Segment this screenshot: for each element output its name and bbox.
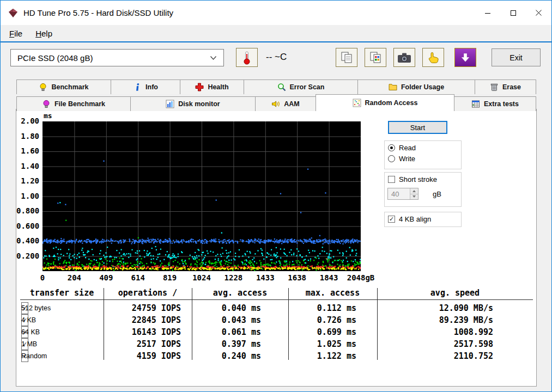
max-access-value: 0.112 ms: [288, 302, 377, 314]
y-tick-label: 1.60: [16, 146, 39, 155]
tab-label: Benchmark: [51, 83, 88, 91]
trash-icon: [490, 83, 499, 91]
col-header-transfer-size: transfer size: [20, 288, 104, 300]
access-time-chart: [43, 121, 361, 271]
short-stroke-checkbox[interactable]: Short stroke: [388, 175, 461, 183]
y-axis-unit: ms: [44, 112, 52, 120]
iops-value: 24759 IOPS: [104, 302, 192, 314]
results-table: transfer size operations / avg. access m…: [20, 288, 533, 362]
chevron-down-icon: [210, 56, 217, 60]
write-radio[interactable]: Write: [388, 155, 461, 163]
iops-value: 22845 IOPS: [104, 314, 192, 326]
avg-access-value: 0.043 ms: [192, 314, 288, 326]
tab-label: Info: [145, 83, 158, 91]
stroke-size-row: 40 gB: [387, 188, 461, 200]
start-button[interactable]: Start: [388, 121, 447, 134]
read-radio[interactable]: Read: [388, 144, 461, 152]
save-results-button[interactable]: [454, 48, 476, 67]
stroke-size-up-button[interactable]: [410, 188, 418, 194]
toolbar: PCIe SSD (2048 gB) -- ~C: [1, 42, 551, 74]
maximize-button[interactable]: [500, 1, 526, 25]
temperature-reading: -- ~C: [266, 52, 287, 63]
stroke-size-input[interactable]: 40: [387, 188, 418, 200]
series-label: 512 bytes: [21, 302, 51, 314]
download-arrow-icon: [460, 52, 471, 63]
tab-disk-monitor[interactable]: Disk monitor: [130, 96, 256, 111]
avg-access-value: 0.061 ms: [192, 326, 288, 338]
tab-extra-tests[interactable]: Extra tests: [454, 96, 536, 111]
series-label: Random: [21, 350, 47, 362]
close-button[interactable]: [526, 1, 551, 25]
window-controls: [475, 1, 551, 25]
tab-error-scan[interactable]: Error Scan: [244, 79, 358, 94]
short-stroke-label: Short stroke: [399, 175, 437, 183]
avg-access-value: 0.040 ms: [192, 302, 288, 314]
align-checkbox[interactable]: 4 KB align: [388, 215, 461, 223]
stroke-size-down-button[interactable]: [410, 194, 418, 200]
table-row: 1 MB 2517 IOPS 0.397 ms 1.025 ms 2517.59…: [20, 338, 533, 350]
tab-label: Health: [208, 83, 228, 91]
exit-button[interactable]: Exit: [492, 48, 541, 66]
window-title: HD Tune Pro 5.75 - Hard Disk/SSD Utility: [23, 8, 173, 17]
spinner-up-icon: [413, 190, 416, 192]
tab-label: File Benchmark: [54, 100, 105, 108]
avg-access-value: 0.397 ms: [192, 338, 288, 350]
stroke-size-value: 40: [388, 190, 410, 198]
tab-file-benchmark[interactable]: File Benchmark: [16, 96, 131, 111]
short-stroke-group: Short stroke 40 gB: [384, 172, 462, 207]
hand-icon: [427, 51, 440, 64]
row-head: 64 KB: [20, 326, 104, 338]
app-diamond-icon: [8, 8, 18, 18]
title-bar: HD Tune Pro 5.75 - Hard Disk/SSD Utility: [1, 1, 551, 25]
mode-group: Read Write: [384, 140, 462, 169]
max-access-value: 1.122 ms: [288, 350, 377, 362]
copy-image-button[interactable]: [365, 48, 386, 67]
align-label: 4 KB align: [399, 215, 431, 223]
donate-button[interactable]: [422, 48, 444, 67]
radio-dot-read: [388, 144, 395, 151]
thermometer-icon: [241, 51, 252, 65]
series-label: 64 KB: [21, 326, 40, 338]
tab-info[interactable]: Info: [111, 79, 180, 94]
tab-benchmark[interactable]: Benchmark: [16, 79, 111, 94]
menu-file[interactable]: File: [3, 27, 29, 40]
tab-row-2: File Benchmark Disk monitor AAM Random A…: [16, 94, 536, 111]
drive-select[interactable]: PCIe SSD (2048 gB): [10, 49, 224, 66]
tab-folder-usage[interactable]: Folder Usage: [357, 79, 475, 94]
info-icon: [133, 83, 142, 91]
col-header-avg-speed: avg. speed: [377, 288, 533, 300]
table-row: 512 bytes 24759 IOPS 0.040 ms 0.112 ms 1…: [20, 302, 533, 314]
tab-health[interactable]: Health: [180, 79, 244, 94]
tab-label: Extra tests: [484, 100, 519, 108]
row-head: 512 bytes: [20, 302, 104, 314]
row-head: 4 KB: [20, 314, 104, 326]
temperature-button[interactable]: [236, 48, 258, 67]
magnifier-icon: [277, 83, 286, 91]
tab-label: Disk monitor: [178, 100, 220, 108]
camera-icon: [397, 52, 411, 63]
screenshot-button[interactable]: [393, 48, 415, 67]
speaker-icon: [271, 100, 280, 108]
col-header-avg-access: avg. access: [192, 288, 288, 300]
tab-erase[interactable]: Erase: [475, 79, 536, 94]
menu-help[interactable]: Help: [29, 27, 59, 40]
avg-speed-value: 1008.992: [377, 326, 533, 338]
y-tick-label: 1.80: [16, 132, 39, 140]
tab-strip: Benchmark Info Health Error Scan Folder …: [16, 79, 536, 111]
tab-random-access[interactable]: Random Access: [316, 94, 454, 111]
avg-speed-value: 12.090 MB/s: [377, 302, 533, 314]
minimize-button[interactable]: [475, 1, 500, 25]
maximize-icon: [510, 10, 517, 16]
bulb-magenta-icon: [42, 100, 51, 108]
tab-label: Erase: [502, 83, 521, 91]
table-row: 64 KB 16143 IOPS 0.061 ms 0.699 ms 1008.…: [20, 326, 533, 338]
y-tick-label: 2.00: [16, 117, 39, 125]
copy-text-button[interactable]: [336, 48, 357, 67]
spinner-down-icon: [413, 195, 416, 198]
read-radio-label: Read: [399, 144, 416, 152]
radio-dot-write: [388, 155, 395, 162]
y-tick-label: 1.20: [16, 176, 39, 185]
tab-aam[interactable]: AAM: [255, 96, 316, 111]
row-head: Random: [20, 350, 104, 362]
y-tick-label: 0.400: [16, 236, 39, 245]
